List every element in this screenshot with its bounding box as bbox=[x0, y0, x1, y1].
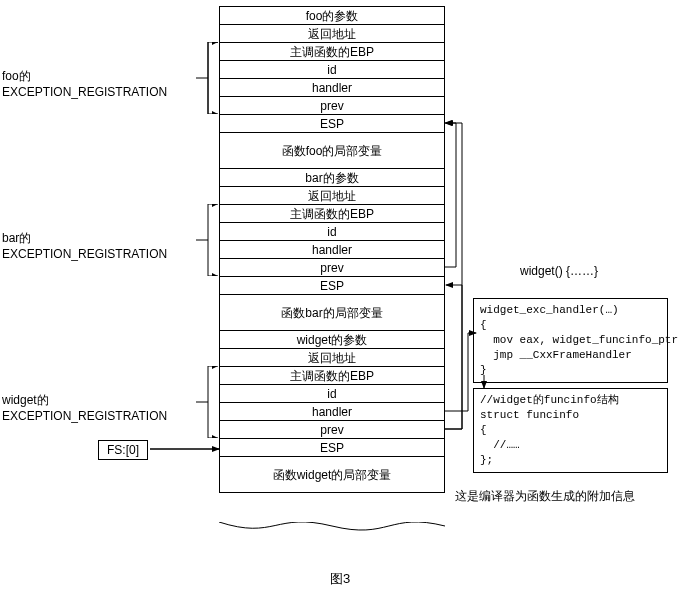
cell-foo-handler: handler bbox=[220, 79, 444, 97]
label-bar-line1: bar的 bbox=[2, 231, 31, 245]
cell-bar-prev: prev bbox=[220, 259, 444, 277]
label-foo-line1: foo的 bbox=[2, 69, 31, 83]
cell-bar-id: id bbox=[220, 223, 444, 241]
figure-caption: 图3 bbox=[0, 570, 680, 588]
label-widget-line1: widget的 bbox=[2, 393, 49, 407]
widget-exc-handler-box: widget_exc_handler(…) { mov eax, widget_… bbox=[473, 298, 668, 383]
cell-foo-locals: 函数foo的局部变量 bbox=[220, 133, 444, 169]
bracket-widget bbox=[196, 366, 218, 438]
cell-foo-prev: prev bbox=[220, 97, 444, 115]
cell-widget-id: id bbox=[220, 385, 444, 403]
label-widget-reg: widget的 EXCEPTION_REGISTRATION bbox=[2, 392, 167, 424]
svg-marker-1 bbox=[212, 111, 218, 114]
cell-widget-params: widget的参数 bbox=[220, 331, 444, 349]
cell-widget-handler: handler bbox=[220, 403, 444, 421]
label-foo-line2: EXCEPTION_REGISTRATION bbox=[2, 85, 167, 99]
funcinfo-struct-box: //widget的funcinfo结构 struct funcinfo { //… bbox=[473, 388, 668, 473]
compiler-note: 这是编译器为函数生成的附加信息 bbox=[455, 488, 635, 505]
cell-widget-locals: 函数widget的局部变量 bbox=[220, 457, 444, 493]
cell-bar-return: 返回地址 bbox=[220, 187, 444, 205]
cell-bar-handler: handler bbox=[220, 241, 444, 259]
stack-frame-table: foo的参数 返回地址 主调函数的EBP id handler prev ESP… bbox=[219, 6, 445, 493]
cell-foo-ebp: 主调函数的EBP bbox=[220, 43, 444, 61]
cell-foo-id: id bbox=[220, 61, 444, 79]
cell-bar-locals: 函数bar的局部变量 bbox=[220, 295, 444, 331]
bracket-bar bbox=[196, 204, 218, 276]
cell-bar-esp: ESP bbox=[220, 277, 444, 295]
cell-foo-return: 返回地址 bbox=[220, 25, 444, 43]
bracket-foo bbox=[196, 42, 218, 114]
cell-widget-prev: prev bbox=[220, 421, 444, 439]
cell-widget-ebp: 主调函数的EBP bbox=[220, 367, 444, 385]
cell-bar-params: bar的参数 bbox=[220, 169, 444, 187]
cell-foo-params: foo的参数 bbox=[220, 7, 444, 25]
cell-bar-ebp: 主调函数的EBP bbox=[220, 205, 444, 223]
cell-foo-esp: ESP bbox=[220, 115, 444, 133]
cell-widget-return: 返回地址 bbox=[220, 349, 444, 367]
label-widget-line2: EXCEPTION_REGISTRATION bbox=[2, 409, 167, 423]
svg-marker-2 bbox=[212, 204, 218, 207]
stack-bottom-curve bbox=[219, 522, 445, 542]
cell-widget-esp: ESP bbox=[220, 439, 444, 457]
label-bar-line2: EXCEPTION_REGISTRATION bbox=[2, 247, 167, 261]
label-bar-reg: bar的 EXCEPTION_REGISTRATION bbox=[2, 230, 167, 262]
fs-zero-box: FS:[0] bbox=[98, 440, 148, 460]
widget-fn-label: widget() {……} bbox=[520, 264, 598, 278]
label-foo-reg: foo的 EXCEPTION_REGISTRATION bbox=[2, 68, 167, 100]
